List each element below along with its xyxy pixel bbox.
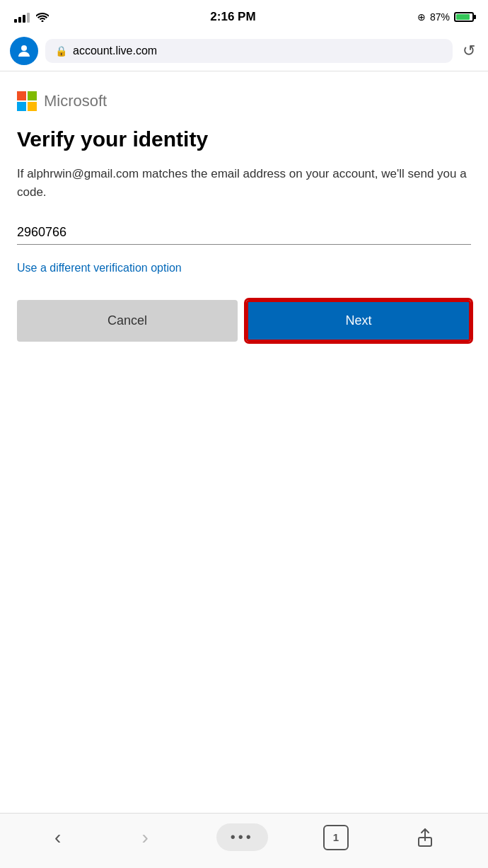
tabs-button[interactable]: 1 bbox=[323, 825, 349, 850]
page-description: If alphrwin@gmail.com matches the email … bbox=[17, 165, 471, 201]
forward-button[interactable]: › bbox=[129, 819, 161, 856]
cancel-button[interactable]: Cancel bbox=[17, 300, 238, 342]
battery-percent: 87% bbox=[430, 11, 450, 23]
url-text: account.live.com bbox=[73, 45, 157, 57]
page-title: Verify your identity bbox=[17, 127, 471, 152]
wifi-icon bbox=[36, 12, 49, 22]
browser-bar: 🔒 account.live.com ↺ bbox=[0, 31, 488, 71]
battery-icon bbox=[454, 12, 474, 22]
next-button[interactable]: Next bbox=[246, 300, 471, 342]
location-icon: ⊕ bbox=[417, 11, 426, 23]
action-buttons: Cancel Next bbox=[17, 300, 471, 342]
microsoft-grid-icon bbox=[17, 91, 37, 111]
back-button[interactable]: ‹ bbox=[42, 819, 74, 856]
main-content: Microsoft Verify your identity If alphrw… bbox=[0, 71, 488, 591]
share-button[interactable] bbox=[404, 821, 446, 855]
microsoft-brand-name: Microsoft bbox=[44, 92, 107, 110]
microsoft-logo: Microsoft bbox=[17, 91, 471, 111]
status-left bbox=[14, 11, 49, 23]
avatar[interactable] bbox=[10, 37, 38, 65]
reload-button[interactable]: ↺ bbox=[460, 39, 478, 63]
verification-input[interactable] bbox=[17, 221, 471, 245]
status-right: ⊕ 87% bbox=[417, 11, 474, 23]
svg-point-0 bbox=[21, 45, 27, 51]
more-options-button[interactable]: ••• bbox=[216, 823, 268, 851]
bottom-nav: ‹ › ••• 1 bbox=[0, 813, 488, 868]
address-bar[interactable]: 🔒 account.live.com bbox=[45, 39, 453, 63]
status-bar: 2:16 PM ⊕ 87% bbox=[0, 0, 488, 31]
signal-icon bbox=[14, 11, 30, 23]
different-verification-link[interactable]: Use a different verification option bbox=[17, 262, 471, 274]
status-time: 2:16 PM bbox=[210, 10, 255, 24]
lock-icon: 🔒 bbox=[55, 45, 67, 57]
